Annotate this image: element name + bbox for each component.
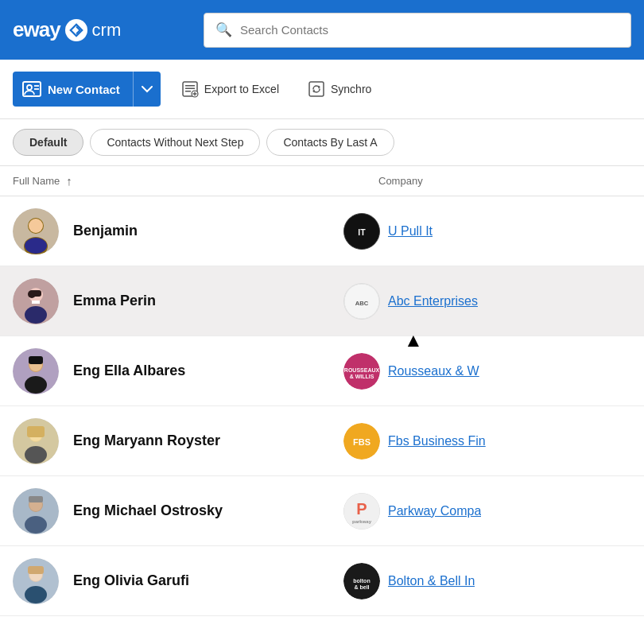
logo-eway-text: eway xyxy=(13,17,60,42)
avatar xyxy=(13,488,59,534)
sync-label: Synchro xyxy=(331,83,371,95)
company-logo: ABC xyxy=(343,283,380,320)
svg-rect-21 xyxy=(30,290,41,297)
company-info: bolton & bell Bolton & Bell In xyxy=(343,563,631,599)
svg-text:bolton: bolton xyxy=(353,578,370,584)
export-button[interactable]: Export to Excel xyxy=(173,76,287,103)
table-row[interactable]: Eng Michael Ostrosky P parkway Parkway C… xyxy=(0,476,644,546)
company-info: IT U Pull It xyxy=(343,213,631,250)
company-name[interactable]: Rousseaux & W xyxy=(388,364,479,378)
contact-name: Eng Olivia Garufi xyxy=(73,572,343,589)
chevron-down-icon xyxy=(142,86,153,93)
toolbar: New Contact Export to Excel xyxy=(0,60,644,119)
new-contact-label: New Contact xyxy=(48,83,120,96)
svg-text:parkway: parkway xyxy=(352,519,372,524)
svg-point-42 xyxy=(25,516,47,533)
contacts-list: Benjamin IT U Pull It xyxy=(0,196,644,616)
avatar xyxy=(13,418,59,464)
new-contact-dropdown[interactable] xyxy=(134,72,161,107)
col-name-label: Full Name xyxy=(13,175,60,187)
contact-name: Emma Perin xyxy=(73,293,343,309)
new-contact-button[interactable]: New Contact xyxy=(13,72,161,107)
avatar xyxy=(13,208,59,254)
sort-arrow-icon: ↑ xyxy=(66,174,72,188)
table-header: Full Name ↑ Company xyxy=(0,166,644,196)
sync-button[interactable]: Synchro xyxy=(300,76,379,103)
svg-text:IT: IT xyxy=(358,227,366,236)
contact-name: Benjamin xyxy=(73,223,343,239)
export-label: Export to Excel xyxy=(204,83,279,95)
svg-rect-52 xyxy=(28,566,44,574)
contact-card-icon xyxy=(22,81,41,97)
new-contact-main[interactable]: New Contact xyxy=(13,72,134,107)
company-logo: IT xyxy=(343,213,380,250)
company-name[interactable]: Fbs Business Fin xyxy=(388,434,486,448)
export-icon xyxy=(181,80,199,98)
svg-rect-7 xyxy=(185,91,191,92)
logo: eway crm xyxy=(13,17,188,42)
avatar xyxy=(13,558,59,604)
table-row[interactable]: Eng Maryann Royster FBS Fbs Business Fin xyxy=(0,406,644,476)
col-company-header[interactable]: Company xyxy=(378,175,631,187)
col-company-label: Company xyxy=(378,175,423,187)
company-name[interactable]: Parkway Compa xyxy=(388,504,481,518)
svg-point-13 xyxy=(29,219,43,233)
svg-text:& WILLIS: & WILLIS xyxy=(350,374,374,379)
logo-icon xyxy=(65,19,87,41)
avatar-image xyxy=(13,348,59,394)
table-row[interactable]: Eng Ella Albares ROUSSEAUX & WILLIS Rous… xyxy=(0,336,644,406)
avatar-image xyxy=(13,488,59,534)
company-info: ROUSSEAUX & WILLIS Rousseaux & W xyxy=(343,353,631,390)
svg-text:ABC: ABC xyxy=(355,299,369,306)
avatar-image xyxy=(13,558,59,604)
avatar-image xyxy=(13,208,59,254)
table-row[interactable]: Emma Perin ABC Abc Enterprises xyxy=(0,266,644,336)
logo-crm-text: crm xyxy=(92,20,122,41)
svg-rect-5 xyxy=(185,85,195,87)
search-bar[interactable]: 🔍 xyxy=(204,13,631,48)
contact-name: Eng Maryann Royster xyxy=(73,433,343,449)
svg-point-35 xyxy=(25,446,47,464)
tabs-row: Default Contacts Without Next Step Conta… xyxy=(0,119,644,166)
svg-text:FBS: FBS xyxy=(353,437,370,447)
tab-by-last[interactable]: Contacts By Last A xyxy=(266,129,394,156)
svg-rect-29 xyxy=(29,356,43,364)
svg-rect-9 xyxy=(309,82,324,96)
svg-rect-6 xyxy=(185,88,195,90)
svg-rect-22 xyxy=(32,301,40,304)
contact-name: Eng Michael Ostrosky xyxy=(73,502,343,519)
search-input[interactable] xyxy=(240,23,619,37)
sync-icon xyxy=(308,80,325,98)
svg-text:ROUSSEAUX: ROUSSEAUX xyxy=(344,367,380,373)
search-icon: 🔍 xyxy=(215,21,232,38)
svg-point-1 xyxy=(27,85,32,90)
tab-default[interactable]: Default xyxy=(13,129,83,156)
svg-text:P: P xyxy=(356,500,367,518)
col-name-header[interactable]: Full Name ↑ xyxy=(13,174,378,188)
company-name[interactable]: U Pull It xyxy=(388,224,433,239)
tab-no-next-step[interactable]: Contacts Without Next Step xyxy=(90,129,260,156)
company-logo: P parkway xyxy=(343,493,380,530)
svg-point-14 xyxy=(25,238,47,254)
svg-point-19 xyxy=(25,306,47,324)
svg-text:& bell: & bell xyxy=(354,584,369,590)
svg-rect-37 xyxy=(27,426,45,437)
table-row[interactable]: Eng Olivia Garufi bolton & bell Bolton &… xyxy=(0,546,644,616)
avatar xyxy=(13,278,59,324)
contact-name: Eng Ella Albares xyxy=(73,363,343,379)
avatar-image xyxy=(13,278,59,324)
company-info: P parkway Parkway Compa xyxy=(343,493,631,530)
company-info: ABC Abc Enterprises xyxy=(343,283,631,320)
app-container: eway crm 🔍 xyxy=(0,0,644,616)
header: eway crm 🔍 xyxy=(0,0,644,60)
table-row[interactable]: Benjamin IT U Pull It xyxy=(0,196,644,266)
svg-point-27 xyxy=(25,376,47,394)
avatar-image xyxy=(13,418,59,464)
company-name[interactable]: Bolton & Bell In xyxy=(388,574,475,588)
avatar xyxy=(13,348,59,394)
svg-rect-44 xyxy=(29,496,43,502)
company-name[interactable]: Abc Enterprises xyxy=(388,294,478,308)
company-logo: ROUSSEAUX & WILLIS xyxy=(343,353,380,390)
company-logo: bolton & bell xyxy=(343,563,380,599)
company-info: FBS Fbs Business Fin xyxy=(343,423,631,460)
